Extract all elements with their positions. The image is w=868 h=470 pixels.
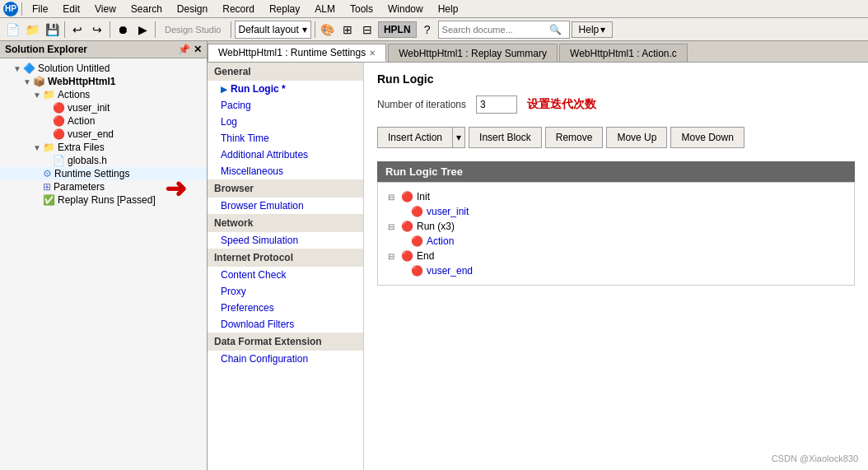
tb-sep-5 bbox=[315, 21, 315, 38]
help-button[interactable]: Help ▾ bbox=[572, 21, 614, 38]
content-area: General ▶ Run Logic * Pacing Log Think T… bbox=[208, 63, 868, 470]
nav-chain-configuration[interactable]: Chain Configuration bbox=[208, 351, 363, 367]
tb-help-icon-btn[interactable]: ? bbox=[418, 21, 436, 39]
menu-help[interactable]: Help bbox=[432, 2, 465, 16]
tree-runtime-settings[interactable]: ⚙ Runtime Settings bbox=[0, 167, 207, 180]
rlt-action-row[interactable]: 🔴 Action bbox=[385, 234, 847, 249]
menu-record[interactable]: Record bbox=[216, 2, 261, 16]
vuser-end-label: vuser_end bbox=[68, 128, 114, 140]
tree-action[interactable]: 🔴 Action bbox=[0, 114, 207, 128]
menu-search[interactable]: Search bbox=[124, 2, 169, 16]
nav-proxy[interactable]: Proxy bbox=[208, 283, 363, 300]
globals-icon: 📄 bbox=[53, 155, 65, 166]
tree-project[interactable]: ▼ 📦 WebHttpHtml1 bbox=[0, 75, 207, 88]
hpln-button[interactable]: HPLN bbox=[378, 21, 417, 38]
menu-design[interactable]: Design bbox=[170, 2, 214, 16]
rlt-vuser-init-row[interactable]: 🔴 vuser_init bbox=[385, 204, 847, 219]
tb-undo-btn[interactable]: ↩ bbox=[68, 21, 86, 39]
nav-run-logic[interactable]: ▶ Run Logic * bbox=[208, 81, 363, 97]
nav-content-check[interactable]: Content Check bbox=[208, 267, 363, 283]
nav-log-label: Log bbox=[221, 116, 237, 128]
tb-save-btn[interactable]: 💾 bbox=[43, 21, 61, 39]
rlt-vuser-end-row[interactable]: 🔴 vuser_end bbox=[385, 263, 847, 278]
rlt-run-row[interactable]: ⊟ 🔴 Run (x3) bbox=[385, 219, 847, 234]
rlt-run-icon: 🔴 bbox=[401, 221, 413, 232]
menu-replay[interactable]: Replay bbox=[263, 2, 306, 16]
nav-preferences[interactable]: Preferences bbox=[208, 300, 363, 316]
iterations-input[interactable] bbox=[476, 95, 517, 114]
tab-action-c[interactable]: WebHttpHtml1 : Action.c bbox=[559, 44, 688, 62]
nav-download-filters[interactable]: Download Filters bbox=[208, 316, 363, 333]
tb-open-btn[interactable]: 📁 bbox=[23, 21, 41, 39]
nav-log[interactable]: Log bbox=[208, 114, 363, 130]
rlt-vuser-end-label: vuser_end bbox=[427, 265, 473, 277]
tree-vuser-end[interactable]: 🔴 vuser_end bbox=[0, 128, 207, 141]
rlt-init-row[interactable]: ⊟ 🔴 Init bbox=[385, 189, 847, 204]
tree-vuser-init[interactable]: 🔴 vuser_init bbox=[0, 101, 207, 114]
menu-file[interactable]: File bbox=[26, 2, 54, 16]
tb-redo-btn[interactable]: ↪ bbox=[88, 21, 106, 39]
nav-browser-emulation-label: Browser Emulation bbox=[221, 200, 304, 212]
project-label: WebHttpHtml1 bbox=[48, 76, 115, 87]
move-down-button[interactable]: Move Down bbox=[670, 127, 744, 148]
tree-solution[interactable]: ▼ 🔷 Solution Untitled bbox=[0, 62, 207, 75]
rlt-end-row[interactable]: ⊟ 🔴 End bbox=[385, 249, 847, 263]
remove-button[interactable]: Remove bbox=[545, 127, 604, 148]
nav-miscellaneous[interactable]: Miscellaneous bbox=[208, 163, 363, 179]
extra-files-icon: 📁 bbox=[43, 142, 55, 153]
action-label: Action bbox=[68, 115, 95, 127]
rlt-end-icon: 🔴 bbox=[401, 250, 413, 262]
tab-bar: WebHttpHtml1 : Runtime Settings ✕ WebHtt… bbox=[208, 41, 868, 63]
right-panel: WebHttpHtml1 : Runtime Settings ✕ WebHtt… bbox=[208, 41, 868, 470]
nav-speed-simulation[interactable]: Speed Simulation bbox=[208, 232, 363, 249]
run-logic-arrow-icon: ▶ bbox=[221, 85, 227, 94]
run-logic-tree-header: Run Logic Tree bbox=[377, 161, 855, 182]
run-logic-title: Run Logic bbox=[377, 72, 855, 86]
tree-replay-runs[interactable]: ✅ Replay Runs [Passed] bbox=[0, 193, 207, 207]
tab-runtime-settings-close[interactable]: ✕ bbox=[369, 49, 376, 58]
nav-think-time-label: Think Time bbox=[221, 133, 269, 144]
tb-rec-btn[interactable]: ⏺ bbox=[114, 21, 132, 39]
tab-runtime-settings[interactable]: WebHttpHtml1 : Runtime Settings ✕ bbox=[208, 44, 386, 62]
move-up-button[interactable]: Move Up bbox=[606, 127, 667, 148]
search-box[interactable]: 🔍 bbox=[438, 21, 570, 39]
search-input[interactable] bbox=[442, 25, 549, 35]
rlt-init-expand-icon: ⊟ bbox=[388, 193, 398, 202]
tree-parameters[interactable]: ⊞ Parameters bbox=[0, 180, 207, 193]
menu-edit[interactable]: Edit bbox=[56, 2, 86, 16]
menu-tools[interactable]: Tools bbox=[343, 2, 380, 16]
vuser-init-icon: 🔴 bbox=[53, 102, 65, 114]
insert-block-button[interactable]: Insert Block bbox=[469, 127, 542, 148]
tb-pane-btn[interactable]: ⊟ bbox=[358, 21, 376, 39]
tb-play-btn[interactable]: ▶ bbox=[133, 21, 152, 39]
nav-section-internet-protocol: Internet Protocol bbox=[208, 249, 363, 267]
tree-actions[interactable]: ▼ 📁 Actions bbox=[0, 88, 207, 101]
chinese-note: 设置迭代次数 bbox=[527, 97, 596, 112]
rlt-run-expand-icon: ⊟ bbox=[388, 222, 398, 231]
insert-action-dropdown-arrow[interactable]: ▾ bbox=[453, 127, 465, 148]
tree-globals[interactable]: 📄 globals.h bbox=[0, 154, 207, 167]
tab-runtime-settings-label: WebHttpHtml1 : Runtime Settings bbox=[218, 47, 366, 58]
pin-icon[interactable]: 📌 bbox=[178, 44, 190, 55]
menu-view[interactable]: View bbox=[88, 2, 123, 16]
nav-think-time[interactable]: Think Time bbox=[208, 130, 363, 147]
insert-block-label: Insert Block bbox=[479, 132, 531, 143]
extra-files-label: Extra Files bbox=[58, 142, 105, 153]
runtime-settings-label: Runtime Settings bbox=[54, 168, 129, 179]
tb-design-btn[interactable]: Design Studio bbox=[159, 21, 227, 39]
hp-logo: HP bbox=[3, 2, 18, 16]
tree-extra-files[interactable]: ▼ 📁 Extra Files bbox=[0, 141, 207, 154]
insert-action-button[interactable]: Insert Action bbox=[377, 127, 453, 148]
nav-browser-emulation[interactable]: Browser Emulation bbox=[208, 198, 363, 214]
nav-additional-attributes[interactable]: Additional Attributes bbox=[208, 147, 363, 163]
layout-dropdown[interactable]: Default layout ▾ bbox=[235, 21, 311, 39]
nav-pacing[interactable]: Pacing bbox=[208, 97, 363, 114]
tb-new-btn[interactable]: 📄 bbox=[3, 21, 21, 39]
help-label: Help bbox=[579, 24, 600, 35]
tb-palette-btn[interactable]: 🎨 bbox=[319, 21, 337, 39]
menu-window[interactable]: Window bbox=[381, 2, 430, 16]
menu-alm[interactable]: ALM bbox=[308, 2, 342, 16]
tab-replay-summary[interactable]: WebHttpHtml1 : Replay Summary bbox=[388, 44, 558, 62]
tb-grid-btn[interactable]: ⊞ bbox=[338, 21, 357, 39]
close-panel-icon[interactable]: ✕ bbox=[194, 44, 202, 55]
